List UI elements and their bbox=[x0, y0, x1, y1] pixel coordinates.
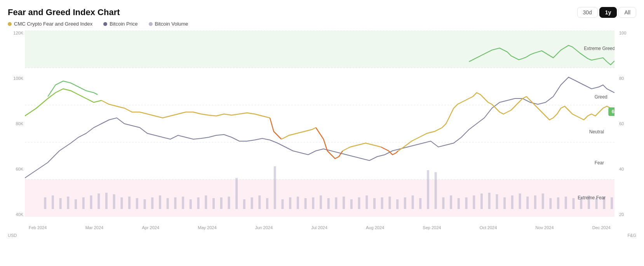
svg-rect-62 bbox=[465, 197, 468, 209]
svg-rect-8 bbox=[52, 195, 54, 209]
svg-rect-52 bbox=[388, 197, 391, 209]
x-label-jun: Jun 2024 bbox=[255, 225, 273, 230]
svg-rect-45 bbox=[335, 197, 337, 209]
fgi-line-fear bbox=[270, 118, 282, 139]
svg-rect-51 bbox=[381, 197, 383, 209]
svg-rect-28 bbox=[205, 195, 207, 209]
legend-dot-fgi bbox=[8, 22, 12, 26]
svg-rect-16 bbox=[113, 194, 115, 209]
y-right-100: 100 bbox=[619, 31, 626, 35]
btc-price-line bbox=[25, 77, 614, 178]
x-label-aug: Aug 2024 bbox=[366, 225, 384, 230]
time-btn-all[interactable]: All bbox=[618, 7, 636, 18]
svg-rect-63 bbox=[473, 195, 475, 209]
y-right-20: 20 bbox=[619, 212, 624, 217]
y-right-40: 40 bbox=[619, 167, 624, 171]
svg-rect-19 bbox=[136, 198, 138, 209]
legend-label-btc-price: Bitcoin Price bbox=[110, 21, 138, 27]
svg-rect-29 bbox=[212, 198, 215, 209]
svg-rect-66 bbox=[496, 194, 498, 209]
svg-rect-33 bbox=[243, 199, 245, 209]
svg-rect-22 bbox=[159, 195, 161, 209]
svg-rect-27 bbox=[197, 197, 200, 209]
svg-rect-70 bbox=[526, 197, 529, 209]
svg-rect-41 bbox=[305, 198, 307, 209]
y-left-80k: 80K bbox=[16, 121, 23, 126]
chart-svg: Extreme Greed Greed Neutral Fear Extreme… bbox=[25, 31, 614, 217]
fgi-line-yellow-1 bbox=[101, 100, 270, 118]
usd-label: USD bbox=[8, 233, 17, 238]
svg-rect-43 bbox=[320, 195, 322, 209]
svg-rect-25 bbox=[182, 197, 184, 209]
svg-rect-40 bbox=[297, 197, 299, 209]
svg-rect-72 bbox=[542, 193, 544, 209]
svg-rect-48 bbox=[358, 197, 360, 209]
y-right-80: 80 bbox=[619, 76, 624, 81]
svg-rect-75 bbox=[565, 197, 567, 209]
svg-rect-67 bbox=[503, 197, 506, 209]
x-label-mar: Mar 2024 bbox=[85, 225, 103, 230]
fgi-line-yellow-3 bbox=[343, 143, 381, 151]
svg-rect-7 bbox=[44, 197, 46, 209]
svg-rect-32 bbox=[235, 178, 238, 209]
svg-rect-23 bbox=[167, 198, 169, 209]
svg-rect-20 bbox=[144, 199, 146, 209]
legend-row: CMC Crypto Fear and Greed Index Bitcoin … bbox=[8, 21, 636, 27]
chart-container: Fear and Greed Index Chart 30d 1y All CM… bbox=[0, 0, 644, 266]
legend-dot-btc-volume bbox=[149, 22, 153, 26]
svg-rect-37 bbox=[274, 166, 276, 209]
svg-rect-12 bbox=[82, 197, 85, 209]
svg-rect-31 bbox=[228, 197, 230, 209]
plot-area: Extreme Greed Greed Neutral Fear Extreme… bbox=[25, 31, 614, 217]
svg-rect-9 bbox=[59, 198, 62, 209]
svg-text:Greed: Greed bbox=[595, 94, 607, 100]
x-label-nov: Nov 2024 bbox=[535, 225, 553, 230]
svg-rect-59 bbox=[442, 197, 444, 209]
svg-rect-10 bbox=[67, 197, 69, 209]
legend-item-btc-volume: Bitcoin Volume bbox=[149, 21, 188, 27]
fgi-line-fear-3 bbox=[381, 147, 398, 155]
svg-rect-35 bbox=[258, 195, 261, 209]
svg-rect-73 bbox=[549, 198, 552, 209]
svg-rect-13 bbox=[90, 195, 92, 209]
time-btn-1y[interactable]: 1y bbox=[599, 7, 617, 18]
svg-rect-74 bbox=[557, 197, 559, 209]
y-left-120k: 120K bbox=[13, 31, 23, 35]
svg-rect-34 bbox=[251, 197, 253, 209]
fgi-line-yellow-4 bbox=[398, 93, 614, 151]
svg-rect-81 bbox=[611, 197, 613, 209]
legend-item-fgi: CMC Crypto Fear and Greed Index bbox=[8, 21, 92, 27]
y-left-60k: 60K bbox=[16, 167, 23, 171]
svg-rect-14 bbox=[97, 193, 100, 209]
svg-rect-69 bbox=[519, 193, 521, 209]
svg-rect-49 bbox=[366, 195, 368, 209]
svg-rect-60 bbox=[450, 195, 452, 209]
time-btn-30d[interactable]: 30d bbox=[577, 7, 598, 18]
svg-text:64: 64 bbox=[612, 109, 614, 114]
time-buttons: 30d 1y All bbox=[577, 7, 637, 18]
chart-title: Fear and Greed Index Chart bbox=[8, 7, 120, 17]
svg-rect-54 bbox=[404, 197, 406, 209]
legend-label-fgi: CMC Crypto Fear and Greed Index bbox=[14, 21, 92, 27]
svg-rect-46 bbox=[343, 197, 345, 209]
svg-rect-17 bbox=[120, 197, 123, 209]
svg-rect-21 bbox=[151, 197, 153, 209]
x-label-feb: Feb 2024 bbox=[29, 225, 47, 230]
svg-rect-11 bbox=[75, 199, 77, 209]
svg-rect-24 bbox=[174, 197, 176, 209]
svg-text:Extreme Fear: Extreme Fear bbox=[578, 195, 606, 200]
x-label-apr: Apr 2024 bbox=[142, 225, 159, 230]
x-label-jul: Jul 2024 bbox=[311, 225, 327, 230]
chart-area: 120K 100K 80K 60K 40K 100 80 60 40 20 bbox=[8, 31, 636, 252]
fgi-line-fear-2 bbox=[316, 128, 343, 159]
svg-rect-71 bbox=[534, 195, 536, 209]
svg-rect-44 bbox=[327, 198, 330, 209]
y-left-40k: 40K bbox=[16, 212, 23, 217]
svg-rect-50 bbox=[373, 198, 376, 209]
x-label-oct: Oct 2024 bbox=[480, 225, 497, 230]
svg-rect-65 bbox=[488, 193, 491, 209]
fgi-line-greed-start bbox=[25, 89, 101, 116]
legend-item-btc-price: Bitcoin Price bbox=[103, 21, 138, 27]
svg-rect-55 bbox=[412, 195, 414, 209]
svg-rect-18 bbox=[128, 197, 131, 209]
